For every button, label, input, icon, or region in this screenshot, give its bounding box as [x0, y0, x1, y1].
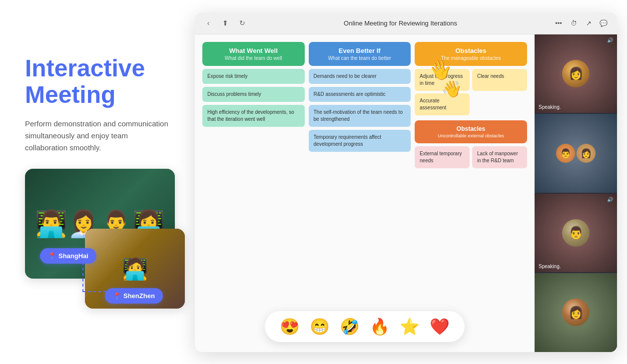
emoji-love-eyes[interactable]: 😍	[280, 317, 300, 336]
board-columns: What Went Well What did the team do well…	[202, 42, 527, 345]
nav-upload-button[interactable]: ⬆	[220, 17, 231, 28]
sticky-note[interactable]: The self-motivation of the team needs to…	[309, 105, 411, 127]
volume-icon-3: 🔊	[607, 197, 613, 202]
badge-shenzhen[interactable]: 📍 ShenZhen	[105, 288, 163, 304]
sticky-note[interactable]: High efficiency of the developments, so …	[202, 105, 305, 127]
sticky-note[interactable]: External temporary needs	[415, 146, 470, 168]
browser-window: ‹ ⬆ ↻ Online Meeting for Reviewing Itera…	[195, 12, 617, 352]
sticky-note[interactable]: Expose risk timely	[202, 69, 305, 84]
browser-content: 🖐 👋 What Went Well What did the team do …	[195, 34, 617, 352]
sticky-note[interactable]: Demands need to be clearer	[309, 69, 411, 84]
sticky-note[interactable]: Clear needs	[472, 69, 527, 91]
browser-toolbar: ‹ ⬆ ↻ Online Meeting for Reviewing Itera…	[195, 12, 617, 34]
col-header-blue: Even Better If What can the team do bett…	[309, 42, 411, 66]
emoji-rofl[interactable]: 🤣	[340, 317, 360, 336]
avatar-2a: 👨	[556, 144, 575, 163]
location-pin-icon-2: 📍	[113, 292, 121, 300]
video-tile-1: 👩 🔊 Speaking.	[535, 34, 617, 113]
emoji-heart[interactable]: ❤️	[430, 317, 450, 336]
share-icon[interactable]: ↗	[583, 17, 594, 28]
video-panel: 👩 🔊 Speaking. 👨 👩	[535, 34, 617, 352]
avatar-group: 👨 👩	[556, 144, 596, 163]
emoji-star[interactable]: ⭐	[400, 317, 420, 336]
photos-container: 👨‍💻👩‍💼👨‍💼👩‍💻 🧑‍💻 📍 ShangHai 📍 ShenZhen	[25, 169, 185, 309]
hand-cursor-2: 👋	[441, 77, 464, 99]
nav-refresh-button[interactable]: ↻	[237, 17, 248, 28]
speaking-label-3: Speaking.	[539, 264, 561, 269]
right-panel: ‹ ⬆ ↻ Online Meeting for Reviewing Itera…	[190, 0, 627, 364]
avatar-1: 👩	[562, 60, 590, 87]
toolbar-right-controls: ••• ⏱ ↗ 💬	[553, 17, 609, 28]
emoji-fire[interactable]: 🔥	[370, 317, 390, 336]
emoji-bar: 😍 😁 🤣 🔥 ⭐ ❤️	[265, 311, 465, 342]
clock-icon[interactable]: ⏱	[568, 17, 579, 28]
left-panel: Interactive Meeting Perform demonstratio…	[0, 0, 190, 364]
dashed-connector	[82, 262, 122, 292]
video-tile-2: 👨 👩	[535, 114, 617, 193]
main-title: Interactive Meeting	[25, 55, 170, 108]
location-pin-icon: 📍	[48, 252, 56, 260]
video-tile-inner-3: 👨	[535, 194, 617, 273]
bottom-notes-grid: External temporary needs Lack of manpowe…	[415, 146, 527, 168]
speaking-label-1: Speaking.	[539, 104, 561, 110]
volume-icon-1: 🔊	[607, 37, 613, 43]
sticky-note[interactable]: Lack of manpower in the R&D team	[472, 146, 527, 168]
sticky-note[interactable]: Temporary requirements affect developmen…	[309, 130, 411, 152]
chat-icon[interactable]: 💬	[598, 17, 609, 28]
description-text: Perform demonstration and communication …	[25, 118, 170, 154]
column-obstacles: Obstacles The manageable obstacles Adjus…	[415, 42, 527, 345]
col-header-green: What Went Well What did the team do well	[202, 42, 305, 66]
emoji-grin[interactable]: 😁	[310, 317, 330, 336]
solo-photo-icon: 🧑‍💻	[122, 257, 148, 281]
nav-back-button[interactable]: ‹	[203, 17, 214, 28]
column-what-went-well: What Went Well What did the team do well…	[202, 42, 305, 345]
avatar-2b: 👩	[577, 144, 596, 163]
more-options-button[interactable]: •••	[553, 17, 564, 28]
video-tile-inner-1: 👩	[535, 34, 617, 113]
sticky-note[interactable]: Discuss problems timely	[202, 87, 305, 102]
board-area: 🖐 👋 What Went Well What did the team do …	[195, 34, 535, 352]
browser-title: Online Meeting for Reviewing Iterations	[254, 19, 547, 27]
column-even-better-if: Even Better If What can the team do bett…	[309, 42, 411, 345]
col-header-orange-bottom: Obstacles Uncontrollable external obstac…	[415, 120, 527, 143]
badge-shanghai[interactable]: 📍 ShangHai	[40, 248, 96, 264]
avatar-3: 👨	[562, 219, 590, 247]
video-tile-4: 👩	[535, 273, 617, 352]
avatar-4: 👩	[562, 299, 590, 326]
video-tile-inner-2: 👨 👩	[535, 114, 617, 193]
sticky-note[interactable]: R&D assessments are optimistic	[309, 87, 411, 102]
video-tile-3: 👨 🔊 Speaking.	[535, 194, 617, 273]
video-tile-inner-4: 👩	[535, 273, 617, 352]
